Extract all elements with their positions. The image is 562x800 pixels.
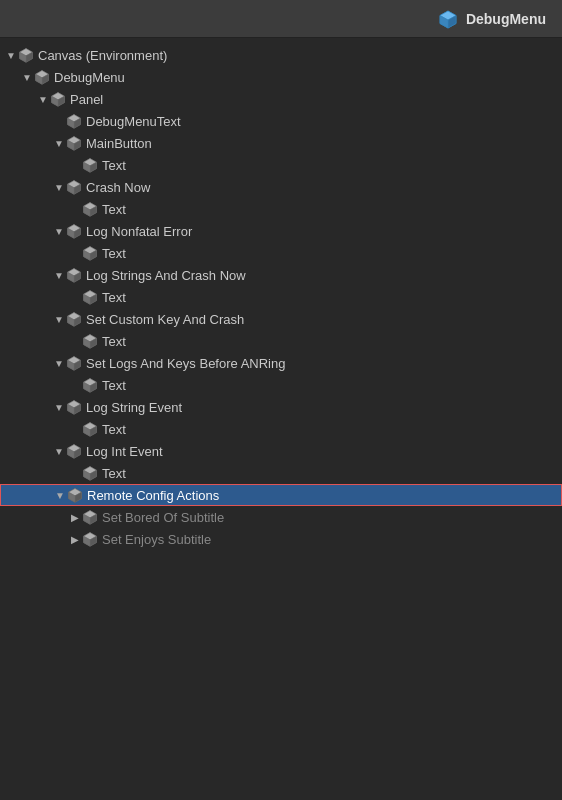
- cube-icon-mainbutton-text: [82, 157, 98, 173]
- tree-item-crashnow[interactable]: Crash Now: [0, 176, 562, 198]
- tree-arrow-setcustom[interactable]: [52, 314, 66, 325]
- tree-label-crashnow-text: Text: [102, 202, 126, 217]
- cube-icon-logstrings-text: [82, 289, 98, 305]
- tree-arrow-setenjoys[interactable]: [68, 534, 82, 545]
- tree-item-crashnow-text[interactable]: Text: [0, 198, 562, 220]
- tree-item-setcustom-text[interactable]: Text: [0, 330, 562, 352]
- tree-container: Canvas (Environment)DebugMenuPanelDebugM…: [0, 38, 562, 800]
- tree-label-setlogs-text: Text: [102, 378, 126, 393]
- cube-icon-logstring-text: [82, 421, 98, 437]
- cube-icon-setbored: [82, 509, 98, 525]
- tree-arrow-setlogs[interactable]: [52, 358, 66, 369]
- cube-icon-panel: [50, 91, 66, 107]
- tree-label-logstring: Log String Event: [86, 400, 182, 415]
- tree-label-canvas: Canvas (Environment): [38, 48, 167, 63]
- cube-icon-setenjoys: [82, 531, 98, 547]
- cube-icon-logintevent: [66, 443, 82, 459]
- tree-item-setlogs[interactable]: Set Logs And Keys Before ANRing: [0, 352, 562, 374]
- tree-label-lognonfatal-text: Text: [102, 246, 126, 261]
- cube-icon-setcustom-text: [82, 333, 98, 349]
- cube-icon-remoteconfig: [67, 487, 83, 503]
- tree-item-panel[interactable]: Panel: [0, 88, 562, 110]
- header-title: DebugMenu: [438, 9, 546, 29]
- tree-item-lognonfatal[interactable]: Log Nonfatal Error: [0, 220, 562, 242]
- tree-item-debugmenutext[interactable]: DebugMenuText: [0, 110, 562, 132]
- tree-item-logstring[interactable]: Log String Event: [0, 396, 562, 418]
- tree-arrow-panel[interactable]: [36, 94, 50, 105]
- tree-arrow-canvas[interactable]: [4, 50, 18, 61]
- tree-item-debugmenu[interactable]: DebugMenu: [0, 66, 562, 88]
- cube-icon-lognonfatal: [66, 223, 82, 239]
- tree-label-remoteconfig: Remote Config Actions: [87, 488, 219, 503]
- tree-arrow-logstrings[interactable]: [52, 270, 66, 281]
- cube-icon-debugmenutext: [66, 113, 82, 129]
- cube-icon-setlogs-text: [82, 377, 98, 393]
- tree-label-logintevent: Log Int Event: [86, 444, 163, 459]
- tree-label-logstrings-text: Text: [102, 290, 126, 305]
- tree-arrow-remoteconfig[interactable]: [53, 490, 67, 501]
- tree-label-lognonfatal: Log Nonfatal Error: [86, 224, 192, 239]
- tree-label-logstrings: Log Strings And Crash Now: [86, 268, 246, 283]
- cube-icon-crashnow: [66, 179, 82, 195]
- tree-label-setcustom: Set Custom Key And Crash: [86, 312, 244, 327]
- cube-icon-logintevent-text: [82, 465, 98, 481]
- tree-item-lognonfatal-text[interactable]: Text: [0, 242, 562, 264]
- cube-icon-logstrings: [66, 267, 82, 283]
- header: DebugMenu: [0, 0, 562, 38]
- tree-item-logintevent-text[interactable]: Text: [0, 462, 562, 484]
- tree-label-setenjoys: Set Enjoys Subtitle: [102, 532, 211, 547]
- tree-label-crashnow: Crash Now: [86, 180, 150, 195]
- tree-label-panel: Panel: [70, 92, 103, 107]
- tree-label-logstring-text: Text: [102, 422, 126, 437]
- tree-item-setbored[interactable]: Set Bored Of Subtitle: [0, 506, 562, 528]
- tree-arrow-setbored[interactable]: [68, 512, 82, 523]
- tree-item-logstring-text[interactable]: Text: [0, 418, 562, 440]
- cube-icon-lognonfatal-text: [82, 245, 98, 261]
- tree-item-mainbutton[interactable]: MainButton: [0, 132, 562, 154]
- tree-label-setbored: Set Bored Of Subtitle: [102, 510, 224, 525]
- tree-item-mainbutton-text[interactable]: Text: [0, 154, 562, 176]
- tree-label-setlogs: Set Logs And Keys Before ANRing: [86, 356, 285, 371]
- tree-arrow-logintevent[interactable]: [52, 446, 66, 457]
- tree-label-mainbutton-text: Text: [102, 158, 126, 173]
- cube-icon-crashnow-text: [82, 201, 98, 217]
- header-cube-icon: [438, 9, 458, 29]
- header-title-text: DebugMenu: [466, 11, 546, 27]
- cube-icon-mainbutton: [66, 135, 82, 151]
- cube-icon-setcustom: [66, 311, 82, 327]
- tree-arrow-debugmenu[interactable]: [20, 72, 34, 83]
- tree-arrow-mainbutton[interactable]: [52, 138, 66, 149]
- tree-label-logintevent-text: Text: [102, 466, 126, 481]
- tree-item-setenjoys[interactable]: Set Enjoys Subtitle: [0, 528, 562, 550]
- tree-item-setlogs-text[interactable]: Text: [0, 374, 562, 396]
- cube-icon-logstring: [66, 399, 82, 415]
- tree-item-logintevent[interactable]: Log Int Event: [0, 440, 562, 462]
- cube-icon-canvas: [18, 47, 34, 63]
- cube-icon-setlogs: [66, 355, 82, 371]
- tree-label-mainbutton: MainButton: [86, 136, 152, 151]
- tree-item-canvas[interactable]: Canvas (Environment): [0, 44, 562, 66]
- tree-item-logstrings[interactable]: Log Strings And Crash Now: [0, 264, 562, 286]
- tree-arrow-logstring[interactable]: [52, 402, 66, 413]
- tree-item-logstrings-text[interactable]: Text: [0, 286, 562, 308]
- tree-item-remoteconfig[interactable]: Remote Config Actions: [0, 484, 562, 506]
- tree-label-setcustom-text: Text: [102, 334, 126, 349]
- tree-item-setcustom[interactable]: Set Custom Key And Crash: [0, 308, 562, 330]
- tree-label-debugmenutext: DebugMenuText: [86, 114, 181, 129]
- cube-icon-debugmenu: [34, 69, 50, 85]
- tree-label-debugmenu: DebugMenu: [54, 70, 125, 85]
- tree-arrow-crashnow[interactable]: [52, 182, 66, 193]
- tree-arrow-lognonfatal[interactable]: [52, 226, 66, 237]
